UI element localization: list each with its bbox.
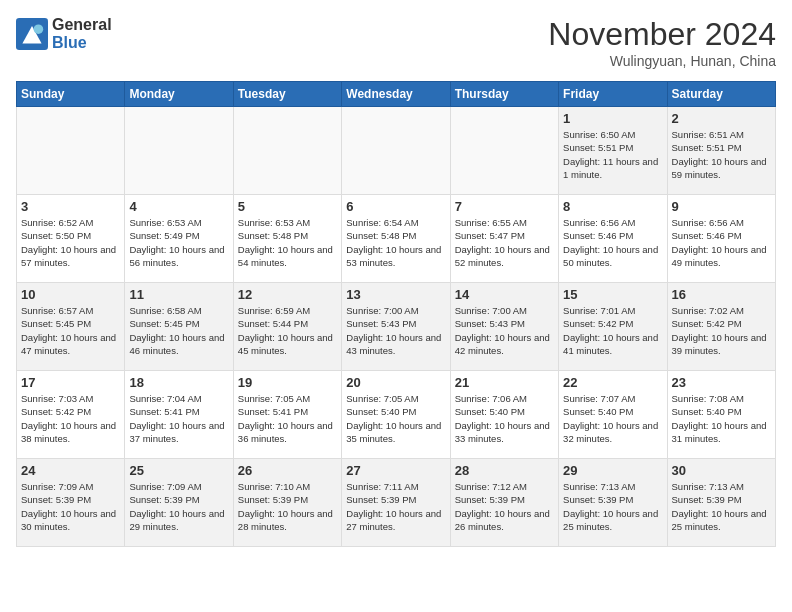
day-number: 18 — [129, 375, 228, 390]
calendar-cell — [125, 107, 233, 195]
day-number: 25 — [129, 463, 228, 478]
calendar-cell: 10Sunrise: 6:57 AM Sunset: 5:45 PM Dayli… — [17, 283, 125, 371]
calendar-week-row: 17Sunrise: 7:03 AM Sunset: 5:42 PM Dayli… — [17, 371, 776, 459]
calendar-cell: 30Sunrise: 7:13 AM Sunset: 5:39 PM Dayli… — [667, 459, 775, 547]
calendar-cell: 19Sunrise: 7:05 AM Sunset: 5:41 PM Dayli… — [233, 371, 341, 459]
day-info: Sunrise: 6:53 AM Sunset: 5:49 PM Dayligh… — [129, 216, 228, 269]
day-info: Sunrise: 6:50 AM Sunset: 5:51 PM Dayligh… — [563, 128, 662, 181]
day-info: Sunrise: 7:13 AM Sunset: 5:39 PM Dayligh… — [672, 480, 771, 533]
day-number: 14 — [455, 287, 554, 302]
calendar-cell: 29Sunrise: 7:13 AM Sunset: 5:39 PM Dayli… — [559, 459, 667, 547]
calendar-cell: 9Sunrise: 6:56 AM Sunset: 5:46 PM Daylig… — [667, 195, 775, 283]
day-number: 1 — [563, 111, 662, 126]
header-sunday: Sunday — [17, 82, 125, 107]
calendar-cell: 23Sunrise: 7:08 AM Sunset: 5:40 PM Dayli… — [667, 371, 775, 459]
calendar-header-row: SundayMondayTuesdayWednesdayThursdayFrid… — [17, 82, 776, 107]
day-number: 26 — [238, 463, 337, 478]
calendar-cell: 13Sunrise: 7:00 AM Sunset: 5:43 PM Dayli… — [342, 283, 450, 371]
svg-point-2 — [34, 24, 44, 34]
day-info: Sunrise: 6:53 AM Sunset: 5:48 PM Dayligh… — [238, 216, 337, 269]
calendar-cell: 6Sunrise: 6:54 AM Sunset: 5:48 PM Daylig… — [342, 195, 450, 283]
day-number: 16 — [672, 287, 771, 302]
calendar-cell: 4Sunrise: 6:53 AM Sunset: 5:49 PM Daylig… — [125, 195, 233, 283]
calendar-cell: 5Sunrise: 6:53 AM Sunset: 5:48 PM Daylig… — [233, 195, 341, 283]
day-info: Sunrise: 6:56 AM Sunset: 5:46 PM Dayligh… — [672, 216, 771, 269]
day-info: Sunrise: 6:57 AM Sunset: 5:45 PM Dayligh… — [21, 304, 120, 357]
day-number: 3 — [21, 199, 120, 214]
day-info: Sunrise: 6:56 AM Sunset: 5:46 PM Dayligh… — [563, 216, 662, 269]
day-info: Sunrise: 7:05 AM Sunset: 5:40 PM Dayligh… — [346, 392, 445, 445]
day-info: Sunrise: 7:03 AM Sunset: 5:42 PM Dayligh… — [21, 392, 120, 445]
day-number: 10 — [21, 287, 120, 302]
header-saturday: Saturday — [667, 82, 775, 107]
day-info: Sunrise: 7:04 AM Sunset: 5:41 PM Dayligh… — [129, 392, 228, 445]
calendar-cell: 11Sunrise: 6:58 AM Sunset: 5:45 PM Dayli… — [125, 283, 233, 371]
calendar-cell — [450, 107, 558, 195]
header-tuesday: Tuesday — [233, 82, 341, 107]
day-number: 15 — [563, 287, 662, 302]
day-number: 29 — [563, 463, 662, 478]
day-number: 19 — [238, 375, 337, 390]
calendar-cell — [233, 107, 341, 195]
day-info: Sunrise: 7:11 AM Sunset: 5:39 PM Dayligh… — [346, 480, 445, 533]
calendar-cell: 17Sunrise: 7:03 AM Sunset: 5:42 PM Dayli… — [17, 371, 125, 459]
calendar-cell: 14Sunrise: 7:00 AM Sunset: 5:43 PM Dayli… — [450, 283, 558, 371]
day-number: 11 — [129, 287, 228, 302]
day-number: 6 — [346, 199, 445, 214]
day-number: 28 — [455, 463, 554, 478]
day-info: Sunrise: 7:01 AM Sunset: 5:42 PM Dayligh… — [563, 304, 662, 357]
calendar-table: SundayMondayTuesdayWednesdayThursdayFrid… — [16, 81, 776, 547]
calendar-cell: 8Sunrise: 6:56 AM Sunset: 5:46 PM Daylig… — [559, 195, 667, 283]
day-number: 8 — [563, 199, 662, 214]
page-header: General Blue November 2024 Wulingyuan, H… — [16, 16, 776, 69]
day-number: 13 — [346, 287, 445, 302]
logo-text: General Blue — [52, 16, 112, 51]
calendar-cell: 16Sunrise: 7:02 AM Sunset: 5:42 PM Dayli… — [667, 283, 775, 371]
day-number: 27 — [346, 463, 445, 478]
day-info: Sunrise: 7:10 AM Sunset: 5:39 PM Dayligh… — [238, 480, 337, 533]
calendar-cell: 7Sunrise: 6:55 AM Sunset: 5:47 PM Daylig… — [450, 195, 558, 283]
day-number: 17 — [21, 375, 120, 390]
day-number: 2 — [672, 111, 771, 126]
day-number: 21 — [455, 375, 554, 390]
day-number: 22 — [563, 375, 662, 390]
day-info: Sunrise: 7:06 AM Sunset: 5:40 PM Dayligh… — [455, 392, 554, 445]
header-wednesday: Wednesday — [342, 82, 450, 107]
header-friday: Friday — [559, 82, 667, 107]
calendar-cell — [17, 107, 125, 195]
calendar-cell: 27Sunrise: 7:11 AM Sunset: 5:39 PM Dayli… — [342, 459, 450, 547]
day-info: Sunrise: 7:00 AM Sunset: 5:43 PM Dayligh… — [346, 304, 445, 357]
calendar-week-row: 1Sunrise: 6:50 AM Sunset: 5:51 PM Daylig… — [17, 107, 776, 195]
header-monday: Monday — [125, 82, 233, 107]
calendar-cell: 26Sunrise: 7:10 AM Sunset: 5:39 PM Dayli… — [233, 459, 341, 547]
calendar-week-row: 3Sunrise: 6:52 AM Sunset: 5:50 PM Daylig… — [17, 195, 776, 283]
logo-icon — [16, 18, 48, 50]
day-number: 23 — [672, 375, 771, 390]
calendar-cell: 22Sunrise: 7:07 AM Sunset: 5:40 PM Dayli… — [559, 371, 667, 459]
header-thursday: Thursday — [450, 82, 558, 107]
logo: General Blue — [16, 16, 112, 51]
calendar-cell: 20Sunrise: 7:05 AM Sunset: 5:40 PM Dayli… — [342, 371, 450, 459]
calendar-cell: 28Sunrise: 7:12 AM Sunset: 5:39 PM Dayli… — [450, 459, 558, 547]
calendar-cell: 18Sunrise: 7:04 AM Sunset: 5:41 PM Dayli… — [125, 371, 233, 459]
calendar-cell: 1Sunrise: 6:50 AM Sunset: 5:51 PM Daylig… — [559, 107, 667, 195]
day-number: 24 — [21, 463, 120, 478]
day-number: 12 — [238, 287, 337, 302]
logo-blue-label: Blue — [52, 34, 112, 52]
month-title: November 2024 — [548, 16, 776, 53]
day-number: 9 — [672, 199, 771, 214]
calendar-cell: 15Sunrise: 7:01 AM Sunset: 5:42 PM Dayli… — [559, 283, 667, 371]
location-subtitle: Wulingyuan, Hunan, China — [548, 53, 776, 69]
calendar-cell: 2Sunrise: 6:51 AM Sunset: 5:51 PM Daylig… — [667, 107, 775, 195]
calendar-cell: 24Sunrise: 7:09 AM Sunset: 5:39 PM Dayli… — [17, 459, 125, 547]
day-info: Sunrise: 6:58 AM Sunset: 5:45 PM Dayligh… — [129, 304, 228, 357]
day-info: Sunrise: 7:02 AM Sunset: 5:42 PM Dayligh… — [672, 304, 771, 357]
day-info: Sunrise: 6:54 AM Sunset: 5:48 PM Dayligh… — [346, 216, 445, 269]
day-number: 7 — [455, 199, 554, 214]
day-info: Sunrise: 6:59 AM Sunset: 5:44 PM Dayligh… — [238, 304, 337, 357]
day-info: Sunrise: 6:51 AM Sunset: 5:51 PM Dayligh… — [672, 128, 771, 181]
logo-general-label: General — [52, 16, 112, 34]
day-info: Sunrise: 6:55 AM Sunset: 5:47 PM Dayligh… — [455, 216, 554, 269]
day-info: Sunrise: 7:08 AM Sunset: 5:40 PM Dayligh… — [672, 392, 771, 445]
day-info: Sunrise: 7:09 AM Sunset: 5:39 PM Dayligh… — [21, 480, 120, 533]
